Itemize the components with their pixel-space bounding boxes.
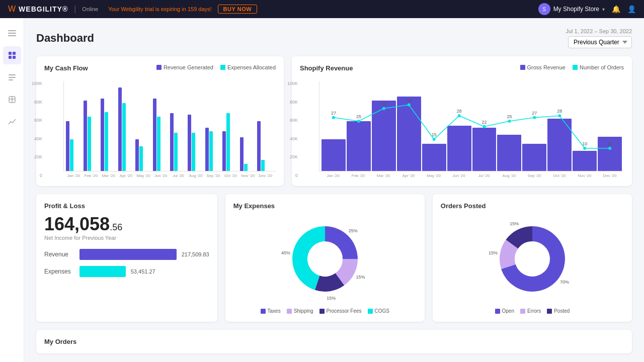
expenses-legend-item: Taxes <box>261 308 281 314</box>
my-orders-title: My Orders <box>44 338 76 345</box>
cashflow-expense-bar <box>105 112 108 171</box>
cashflow-legend: Revenue Generated Expenses Allocated <box>156 64 276 70</box>
cashflow-expense-bar <box>70 139 73 171</box>
shopify-bar-chart <box>319 81 624 171</box>
pnl-expenses-bar <box>79 266 126 277</box>
cashflow-expense-bar <box>122 103 126 171</box>
svg-rect-4 <box>13 52 16 55</box>
orders-legend-dot <box>495 309 500 314</box>
expenses-legend-item: COGS <box>368 308 389 314</box>
shopify-month-label: Feb '20 <box>346 173 370 178</box>
legend-gross-dot <box>520 65 525 70</box>
store-selector[interactable]: S My Shopify Store ▾ <box>538 3 605 15</box>
legend-expenses-dot <box>220 65 225 70</box>
page-title: Dashboard <box>36 32 94 45</box>
cashflow-expense-bar <box>157 117 160 171</box>
notification-icon[interactable]: 🔔 <box>612 5 620 13</box>
expenses-donut-wrapper: 25%15%15%45%TaxesShippingProcessor FeesC… <box>233 214 417 314</box>
shopify-title: Shopify Revenue <box>300 64 353 72</box>
cashflow-month-label: May '20 <box>135 173 152 178</box>
shopify-month-label: Sep '20 <box>522 173 546 178</box>
sidebar-item-orders[interactable] <box>3 68 21 86</box>
topbar: W WEBGILITY® | Online Your Webgility tri… <box>0 0 644 18</box>
pnl-expenses-value: 53,451.27 <box>131 268 155 275</box>
store-avatar: S <box>538 3 550 15</box>
topbar-trial-text: Your Webgility trial is expiring in 159 … <box>108 6 211 12</box>
date-range-wrapper: Jul 1, 2022 – Sep 30, 2022 Previous Quar… <box>566 28 632 48</box>
shopify-bar <box>372 101 396 171</box>
orders-donut-wrapper: 70%15%15% OpenErrorsPosted <box>441 214 624 314</box>
cashflow-title: My Cash Flow <box>44 64 88 72</box>
cashflow-bar-group <box>135 139 152 171</box>
sidebar-item-products[interactable] <box>3 90 21 109</box>
expenses-legend: TaxesShippingProcessor FeesCOGS <box>261 308 390 314</box>
shopify-bar <box>347 121 371 171</box>
cashflow-bar-group <box>240 137 257 171</box>
shopify-month-label: Dec '20 <box>598 173 622 178</box>
cashflow-y-axis: 100K 80K 60K 40K 20K 0 <box>26 81 42 178</box>
shopify-bar <box>547 119 572 171</box>
svg-rect-8 <box>9 77 16 78</box>
cashflow-expense-bar <box>226 113 230 171</box>
date-range-text: Jul 1, 2022 – Sep 30, 2022 <box>566 28 632 34</box>
shopify-bar <box>598 137 622 171</box>
svg-rect-0 <box>8 30 16 31</box>
cashflow-bar-group <box>153 99 170 171</box>
shopify-bar <box>497 135 521 171</box>
donut-label: 15% <box>489 250 498 255</box>
shopify-month-label: Nov '20 <box>573 173 597 178</box>
sidebar-item-analytics[interactable] <box>3 113 21 131</box>
buy-now-button[interactable]: BUY NOW <box>218 5 257 14</box>
cashflow-expense-bar <box>209 131 213 171</box>
expenses-legend-dot <box>368 309 373 314</box>
cashflow-month-label: Jul '20 <box>170 173 187 178</box>
logo: W WEBGILITY® <box>8 5 68 14</box>
cashflow-month-label: Mar '20 <box>100 173 117 178</box>
expenses-legend-label: Taxes <box>268 308 281 314</box>
legend-gross: Gross Revenue <box>520 64 566 70</box>
cashflow-month-label: Sep '20 <box>205 173 221 178</box>
pnl-revenue-bar <box>79 249 177 260</box>
pnl-card: Profit & Loss 164,058.56 Net Income for … <box>36 194 217 322</box>
pnl-amount-main: 164,058.56 <box>44 214 122 234</box>
svg-rect-7 <box>9 74 16 75</box>
cashflow-bar-group <box>257 121 274 171</box>
cashflow-expense-bar <box>192 133 195 171</box>
topbar-status: Online <box>82 6 98 12</box>
cashflow-expense-bar <box>88 117 91 171</box>
cashflow-chart-area: 100K 80K 60K 40K 20K 0 Jan '20Feb '20Mar… <box>44 81 276 178</box>
legend-num-orders-dot <box>573 65 578 70</box>
top-cards-row: My Cash Flow Revenue Generated Expenses … <box>36 56 632 186</box>
cashflow-expense-bar <box>174 133 178 171</box>
legend-num-orders: Number of Orders <box>573 64 624 70</box>
cashflow-revenue-bar <box>101 99 104 171</box>
sidebar-item-dashboard[interactable] <box>3 46 21 64</box>
sidebar-item-menu[interactable] <box>3 24 21 42</box>
donut-label: 15% <box>327 296 336 301</box>
cashflow-month-label: Aug '20 <box>188 173 204 178</box>
shopify-bar <box>447 126 471 171</box>
shopify-month-label: Jan '20 <box>321 173 345 178</box>
cashflow-bar-group <box>118 87 135 171</box>
cashflow-revenue-bar <box>188 115 191 171</box>
shopify-month-label: Oct '20 <box>547 173 572 178</box>
cashflow-revenue-bar <box>170 113 174 171</box>
store-chevron-icon: ▾ <box>602 7 605 12</box>
bottom-cards-row: Profit & Loss 164,058.56 Net Income for … <box>36 194 632 322</box>
cashflow-revenue-bar <box>84 101 87 171</box>
pnl-expenses-row: Expenses 53,451.27 <box>44 266 209 277</box>
cashflow-month-label: Apr '20 <box>118 173 134 178</box>
date-range-select[interactable]: Previous Quarter <box>568 36 632 48</box>
orders-posted-legend-item: Open <box>495 308 514 314</box>
topbar-right: S My Shopify Store ▾ 🔔 👤 <box>538 3 636 15</box>
user-icon[interactable]: 👤 <box>627 5 636 13</box>
cashflow-bar-group <box>170 113 187 171</box>
orders-posted-legend-item: Posted <box>547 308 570 314</box>
cashflow-bar-group <box>84 101 100 171</box>
cashflow-expense-bar <box>139 146 143 171</box>
cashflow-month-label: Oct '20 <box>222 173 239 178</box>
shopify-month-label: Mar '20 <box>371 173 395 178</box>
orders-posted-title: Orders Posted <box>441 202 486 210</box>
cashflow-revenue-bar <box>257 121 261 171</box>
cashflow-month-label: Dec '20 <box>257 173 274 178</box>
